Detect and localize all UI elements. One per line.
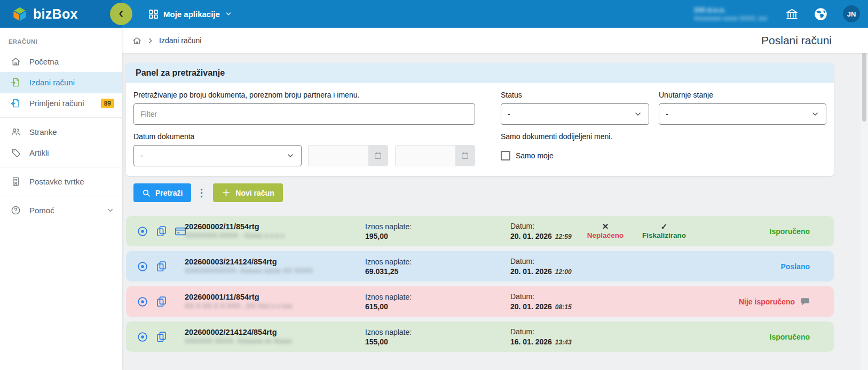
company-address-redacted: Xxxxxxxxx xxxxx XXXX, xxx (694, 14, 767, 22)
date-label: Datum: (510, 327, 584, 337)
delivery-status: Poslano (781, 262, 810, 271)
search-button-label: Pretraži (155, 189, 183, 197)
date-label: Datum: (510, 292, 584, 302)
delivery-status: Isporučeno (770, 333, 810, 341)
time-value: 12:59 (555, 233, 572, 240)
time-value: 12:00 (555, 268, 572, 276)
apps-menu[interactable]: Moje aplikacije (148, 9, 232, 19)
sidebar-item-primljeni-racuni[interactable]: Primljeni računi 89 (0, 93, 122, 114)
content: Panel za pretraživanje Pretraživanje po … (122, 53, 868, 352)
date-from-input[interactable] (308, 145, 388, 166)
view-invoice-icon[interactable] (137, 226, 148, 237)
sidebar-divider (0, 167, 122, 167)
vertical-scrollbar[interactable] (861, 28, 868, 370)
document-out-icon (11, 77, 21, 87)
chevron-down-icon (286, 151, 295, 160)
sidebar-item-pocetna[interactable]: Početna (0, 51, 122, 72)
status-label: Status (501, 91, 649, 99)
internal-state-select[interactable]: - (659, 103, 826, 125)
sidebar-item-postavke-tvrtke[interactable]: Postavke tvrtke (0, 171, 122, 192)
organization-bank-icon[interactable] (785, 7, 799, 21)
plus-icon (222, 188, 231, 197)
more-options-icon[interactable]: ⋮ (196, 188, 207, 198)
internal-state-select-value: - (666, 110, 668, 118)
only-mine-checkbox[interactable] (501, 151, 510, 160)
invoice-partner-redacted: XXXXXXX-XXXX - Xxxxx x.x.x.x (185, 231, 365, 240)
page-title: Poslani računi (761, 34, 832, 47)
filter-input[interactable] (133, 103, 475, 125)
invoice-row[interactable]: 202600002/11/854rtg XXXXXXX-XXXX - Xxxxx… (126, 216, 834, 246)
invoice-row[interactable]: 202600002/214124/854rtg XXXXXX XXXX- Xxx… (126, 321, 834, 352)
time-value: 08:15 (555, 303, 572, 311)
tag-icon (11, 148, 21, 158)
sidebar-item-pomoc[interactable]: Pomoć (0, 200, 122, 221)
copy-invoice-icon[interactable] (156, 331, 167, 342)
view-invoice-icon[interactable] (137, 331, 148, 343)
invoice-partner-redacted: XX X XX X X XXX ..XX Xxx x x xxx (185, 302, 365, 311)
amount-label: Iznos naplate: (365, 327, 488, 337)
search-panel: Panel za pretraživanje Pretraživanje po … (126, 63, 834, 176)
amount-value: 615,00 (365, 302, 488, 311)
date-mode-select-value: - (140, 151, 143, 160)
sidebar: ERAČUNI Početna Izdani računi Primljeni … (0, 28, 122, 370)
action-bar: Pretraži ⋮ Novi račun (133, 183, 868, 202)
breadcrumb-home-icon[interactable] (132, 36, 141, 45)
calendar-icon[interactable] (455, 146, 475, 166)
comment-bubble-icon[interactable] (800, 297, 810, 307)
sidebar-item-label: Pomoć (29, 206, 98, 215)
invoice-row[interactable]: 202600003/214124/854rtg XXXXXXXXXXX- Xxx… (126, 251, 834, 281)
copy-invoice-icon[interactable] (156, 226, 167, 237)
sidebar-item-label: Početna (29, 57, 114, 66)
internal-state-label: Unutarnje stanje (659, 91, 826, 99)
copy-invoice-icon[interactable] (156, 261, 167, 272)
apps-menu-label: Moje aplikacije (163, 10, 220, 19)
copy-invoice-icon[interactable] (156, 296, 167, 307)
status-select[interactable]: - (501, 103, 649, 125)
breadcrumb-bar: Izdani računi Poslani računi (122, 28, 868, 53)
language-globe-icon[interactable] (814, 7, 828, 21)
date-value: 20. 01. 2026 (510, 267, 552, 276)
chevron-down-icon (634, 110, 642, 118)
search-button[interactable]: Pretraži (133, 183, 191, 202)
view-invoice-icon[interactable] (137, 296, 148, 308)
new-invoice-button[interactable]: Novi račun (213, 183, 282, 202)
calendar-icon[interactable] (368, 146, 388, 166)
breadcrumb-item[interactable]: Izdani računi (159, 36, 201, 45)
invoice-number: 202600003/214124/854rtg (185, 257, 365, 267)
invoice-number: 202600002/11/854rtg (185, 222, 365, 232)
brand-area[interactable]: bizBox (0, 0, 122, 28)
amount-label: Iznos naplate: (365, 292, 488, 302)
invoice-number: 202600002/214124/854rtg (185, 327, 365, 337)
sidebar-divider (0, 117, 122, 118)
top-header: bizBox Moje aplikacije (0, 0, 868, 28)
search-icon (142, 189, 151, 197)
sidebar-collapse-button[interactable] (110, 3, 132, 25)
date-label: Datum: (510, 221, 584, 231)
sidebar-item-label: Artikli (29, 148, 114, 157)
date-value: 20. 01. 2026 (510, 302, 552, 311)
view-invoice-icon[interactable] (137, 261, 148, 272)
only-mine-label: Samo moje (516, 151, 554, 160)
user-avatar[interactable]: JN (843, 5, 860, 22)
breadcrumb: Izdani računi (132, 36, 201, 45)
sidebar-item-stranke[interactable]: Stranke (0, 122, 122, 142)
date-mode-select[interactable]: - (133, 145, 302, 166)
chevron-down-icon (811, 110, 819, 118)
sidebar-item-izdani-racuni[interactable]: Izdani računi (0, 72, 122, 93)
filter-label: Pretraživanje po broju dokumenta, porezn… (133, 91, 475, 99)
apps-grid-icon (148, 9, 159, 19)
breadcrumb-chevron-icon (147, 37, 154, 44)
date-to-input[interactable] (395, 145, 475, 166)
status-select-value: - (508, 110, 510, 118)
invoice-list: 202600002/11/854rtg XXXXXXX-XXXX - Xxxxx… (126, 216, 868, 352)
assigned-label: Samo dokumenti dodijeljeni meni. (501, 132, 612, 141)
sidebar-item-artikli[interactable]: Artikli (0, 142, 122, 163)
amount-label: Iznos naplate: (365, 257, 488, 267)
invoice-row[interactable]: 202600001/11/854rtg XX X XX X X XXX ..XX… (126, 286, 834, 317)
delivery-status: Isporučeno (770, 227, 810, 236)
unpaid-text: Neplaćeno (584, 231, 627, 240)
document-in-icon (11, 98, 21, 108)
invoice-number: 202600001/11/854rtg (185, 292, 365, 302)
date-value: 16. 01. 2026 (510, 337, 552, 346)
amount-value: 69.031,25 (365, 267, 488, 276)
